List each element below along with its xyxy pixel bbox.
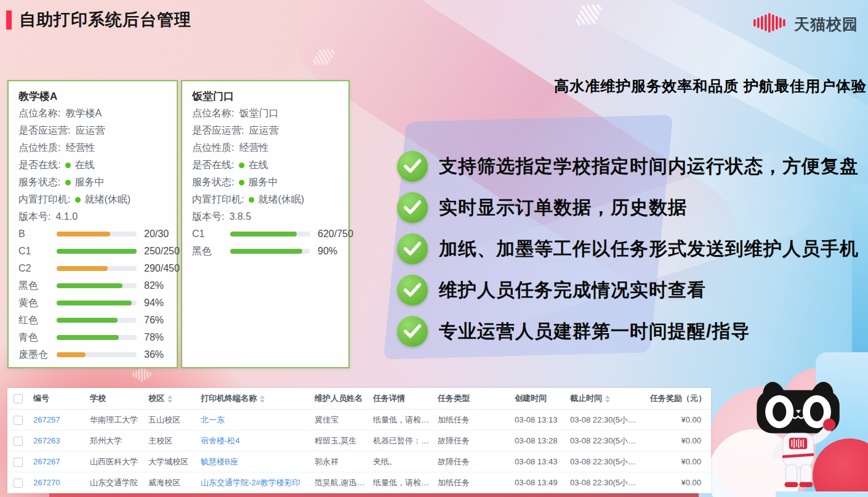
card-field: 服务状态:服务中 xyxy=(18,174,167,191)
feature-item: 专业运营人员建群第一时间提醒/指导 xyxy=(397,316,750,347)
terminal-link[interactable]: 北一东 xyxy=(201,415,225,424)
row-checkbox[interactable] xyxy=(14,416,23,425)
task-id-link[interactable]: 267270 xyxy=(33,478,60,487)
progress-bar xyxy=(57,335,137,340)
table-row: 267263 郑州大学 主校区 宿舍楼-松4 程留玉,莫生 机器已暂停：同学..… xyxy=(7,430,711,451)
task-id-link[interactable]: 267267 xyxy=(33,457,60,466)
col-person: 维护人员姓名 xyxy=(307,388,366,410)
whisker-bars-decoration xyxy=(308,39,345,72)
status-dot xyxy=(239,163,244,168)
terminal-link[interactable]: 山东交通学院-2#教学楼彩印 xyxy=(201,478,300,487)
col-reward: 任务奖励（元） xyxy=(643,388,711,410)
card-field: 是否在线:在线 xyxy=(192,156,339,174)
select-all-checkbox[interactable] xyxy=(14,394,23,403)
task-id-link[interactable]: 267257 xyxy=(33,415,60,424)
card-field: 是否应运营:应运营 xyxy=(18,122,167,139)
progress-bar xyxy=(57,249,137,254)
status-dot xyxy=(249,197,254,203)
check-circle-icon xyxy=(397,192,428,223)
supply-bar: 黄色94% xyxy=(18,294,167,312)
brand-logo: 天猫校园 xyxy=(753,12,858,36)
sort-icon[interactable] xyxy=(605,395,610,403)
row-checkbox[interactable] xyxy=(14,479,23,488)
col-detail: 任务详情 xyxy=(366,388,430,410)
sort-icon[interactable] xyxy=(167,395,172,403)
feature-item: 实时显示订单数据，历史数据 xyxy=(397,192,687,223)
supply-bar: 黑色82% xyxy=(18,277,167,294)
feature-text: 支持筛选指定学校指定时间内运行状态，方便复盘 xyxy=(439,154,859,179)
supply-bar: 黑色90% xyxy=(192,243,339,260)
col-deadline: 截止时间 xyxy=(563,388,643,410)
tmall-bars-icon xyxy=(753,12,790,36)
check-circle-icon xyxy=(397,316,428,347)
progress-bar xyxy=(57,318,137,323)
supply-bar: B20/30 xyxy=(18,225,167,243)
card-field: 点位性质:经营性 xyxy=(192,139,339,156)
progress-bar xyxy=(57,352,137,357)
feature-item: 维护人员任务完成情况实时查看 xyxy=(397,275,706,305)
tmall-cat-mascot xyxy=(744,373,852,496)
card-field: 版本号:3.8.5 xyxy=(192,208,339,225)
check-circle-icon xyxy=(397,233,428,264)
card-field: 点位名称:教学楼A xyxy=(18,105,167,122)
card-field: 是否应运营:应运营 xyxy=(192,122,339,139)
whisker-bars-decoration xyxy=(123,366,166,382)
col-id: 编号 xyxy=(26,388,82,410)
feature-item: 加纸、加墨等工作以任务形式发送到维护人员手机 xyxy=(397,233,859,264)
col-school: 学校 xyxy=(82,388,141,410)
terminal-link[interactable]: 毓慧楼B座 xyxy=(201,457,238,466)
progress-bar xyxy=(57,301,137,305)
feature-text: 实时显示订单数据，历史数据 xyxy=(439,195,687,220)
check-circle-icon xyxy=(397,151,428,182)
status-dot xyxy=(75,197,81,203)
table-header-row: 编号 学校 校区 打印机终端名称 维护人员姓名 任务详情 任务类型 创建时间 截… xyxy=(7,388,711,410)
terminal-link[interactable]: 宿舍楼-松4 xyxy=(201,436,240,445)
row-checkbox[interactable] xyxy=(14,458,23,467)
status-dot xyxy=(65,163,71,168)
title-accent-bar xyxy=(6,10,12,30)
table-row: 267267 山西医科大学 大学城校区 毓慧楼B座 郭永祥 夹纸。 故障任务 0… xyxy=(7,451,711,472)
headline: 高水准维护服务效率和品质 护航最佳用户体验 xyxy=(554,76,867,96)
supply-bar: C1250/250 xyxy=(18,243,167,260)
card-field: 内置打印机:就绪(休眠) xyxy=(192,191,339,208)
progress-bar xyxy=(230,249,310,254)
card-title: 教学楼A xyxy=(18,89,167,105)
table-row: 267270 山东交通学院 威海校区 山东交通学院-2#教学楼彩印 范昊航,谢迅… xyxy=(7,472,711,493)
progress-bar xyxy=(57,266,137,271)
card-field: 服务状态:服务中 xyxy=(192,174,339,191)
supply-bar: 废墨仓36% xyxy=(18,346,167,363)
col-campus: 校区 xyxy=(141,388,193,410)
status-card-teaching-building: 教学楼A 点位名称:教学楼A 是否应运营:应运营 点位性质:经营性 是否在线:在… xyxy=(7,80,178,368)
card-field: 点位性质:经营性 xyxy=(18,139,167,156)
card-field: 内置打印机:就绪(休眠) xyxy=(18,191,167,208)
status-card-canteen: 饭堂门口 点位名称:饭堂门口 是否应运营:应运营 点位性质:经营性 是否在线:在… xyxy=(181,80,350,368)
bg-blue-edge xyxy=(852,185,868,497)
page-title: 自助打印系统后台管理 xyxy=(19,9,191,31)
task-table: 编号 学校 校区 打印机终端名称 维护人员姓名 任务详情 任务类型 创建时间 截… xyxy=(7,388,711,493)
row-checkbox[interactable] xyxy=(14,437,23,446)
feature-text: 加纸、加墨等工作以任务形式发送到维护人员手机 xyxy=(439,236,859,262)
progress-bar xyxy=(57,283,137,288)
progress-bar xyxy=(230,232,310,236)
feature-item: 支持筛选指定学校指定时间内运行状态，方便复盘 xyxy=(397,151,859,182)
table-row: 267257 华南理工大学 五山校区 北一东 冀佳宝 纸量低，请检查C1... … xyxy=(7,410,711,430)
supply-bar: C1620/750 xyxy=(192,225,339,243)
card-field: 点位名称:饭堂门口 xyxy=(192,105,339,122)
supply-bar: C2290/450 xyxy=(18,260,167,277)
supply-bar: 红色76% xyxy=(18,312,167,329)
task-id-link[interactable]: 267263 xyxy=(33,436,60,445)
card-field: 是否在线:在线 xyxy=(18,156,167,174)
col-type: 任务类型 xyxy=(430,388,507,410)
brand-name: 天猫校园 xyxy=(794,14,858,34)
status-dot xyxy=(65,180,71,185)
card-title: 饭堂门口 xyxy=(192,89,339,105)
supply-bar: 青色78% xyxy=(18,329,167,346)
status-dot xyxy=(239,180,244,185)
card-field: 版本号:4.1.0 xyxy=(18,208,167,225)
header: 自助打印系统后台管理 天猫校园 xyxy=(0,0,868,39)
feature-text: 维护人员任务完成情况实时查看 xyxy=(439,278,706,303)
sort-icon[interactable] xyxy=(260,395,265,403)
feature-text: 专业运营人员建群第一时间提醒/指导 xyxy=(439,319,750,344)
progress-bar xyxy=(57,232,137,236)
col-created: 创建时间 xyxy=(507,388,563,410)
